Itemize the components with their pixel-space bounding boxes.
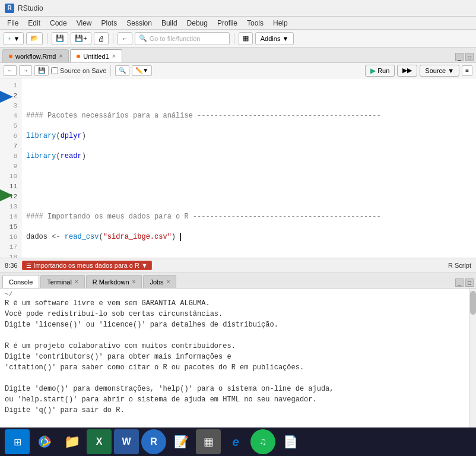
menu-view[interactable]: View (72, 18, 97, 28)
main-toolbar: +▼ 📂 💾 💾+ 🖨 ← 🔍 Go to file/function ▦ Ad… (0, 30, 476, 48)
goto-file-input[interactable]: 🔍 Go to file/function (135, 32, 230, 45)
windows-start-button[interactable]: ⊞ (5, 429, 30, 454)
chrome-button[interactable] (32, 429, 57, 454)
source-on-save-label[interactable]: Source on Save (51, 67, 106, 74)
spellcheck-button[interactable]: ✏️▼ (132, 65, 152, 76)
files-button[interactable]: 📁 (59, 429, 84, 454)
code-line-3: library(dplyr) (26, 131, 471, 141)
menu-plots[interactable]: Plots (97, 18, 122, 28)
open-file-button[interactable]: 📂 (26, 32, 43, 45)
line-num-15: 15 (0, 222, 21, 232)
console-area: Console Terminal × R Markdown × Jobs × _… (0, 273, 476, 450)
search-button[interactable]: 🔍 (115, 65, 129, 76)
menu-edit[interactable]: Edit (23, 18, 45, 28)
tab-workflow[interactable]: workflow.Rmd × (2, 49, 69, 62)
tab-rmarkdown[interactable]: R Markdown × (86, 275, 142, 288)
save-doc-button[interactable]: 💾 (34, 65, 49, 76)
run-play-icon: ▶ (370, 66, 376, 75)
edge-button[interactable]: e (223, 429, 248, 454)
r-app-button[interactable]: R (141, 429, 166, 454)
rmarkdown-tab-close[interactable]: × (132, 278, 136, 285)
menu-tools[interactable]: Tools (242, 18, 268, 28)
blue-arrow-annotation (0, 91, 13, 103)
code-line-2: #### Pacotes necessários para a análise … (26, 111, 471, 121)
code-line-8: dados <- read_csv("sidra_ibge.csv") (26, 232, 471, 242)
tab-close-workflow[interactable]: × (59, 53, 62, 59)
menu-debug[interactable]: Debug (182, 18, 212, 28)
status-bar: 8:36 ☰ Importando os meus dados para o R… (0, 258, 476, 273)
code-line-6 (26, 192, 471, 202)
line-num-4: 4 (0, 111, 21, 121)
excel-button[interactable]: X (87, 429, 112, 454)
redo-button[interactable]: → (19, 65, 32, 76)
nav-badge[interactable]: ☰ Importando os meus dados para o R ▼ (22, 261, 151, 270)
line-num-18: 18 (0, 252, 21, 258)
editor-toolbar-right: ▶ Run ▶▶ Source ▼ ≡ (365, 65, 472, 77)
calculator-button[interactable]: ▦ (196, 429, 221, 454)
menu-session[interactable]: Session (122, 18, 157, 28)
terminal-tab-label: Terminal (47, 278, 72, 286)
source-label: Source (425, 67, 446, 74)
new-file-button[interactable]: +▼ (4, 32, 24, 45)
source-on-save-checkbox[interactable] (51, 67, 58, 74)
menu-file[interactable]: File (2, 18, 23, 28)
taskbar: ⊞ 📁 X W R 📝 ▦ e ♫ 📄 (0, 428, 476, 456)
menu-profile[interactable]: Profile (212, 18, 242, 28)
nav-badge-text: Importando os meus dados para o R (33, 262, 139, 269)
console-maximize-button[interactable]: □ (465, 278, 474, 287)
tab-modified-indicator-2 (77, 55, 80, 58)
save-button[interactable]: 💾 (52, 32, 68, 45)
line-num-16: 16 (0, 232, 21, 242)
code-editor[interactable]: 1 2 3 4 5 6 7 8 9 10 11 12 13 14 15 16 1… (0, 78, 476, 258)
editor-toolbar-sep (110, 65, 111, 76)
code-line-1 (26, 91, 471, 101)
jobs-tab-label: Jobs (150, 278, 163, 286)
menu-build[interactable]: Build (157, 18, 182, 28)
tab-modified-indicator (9, 55, 12, 58)
back-button[interactable]: ← (118, 32, 132, 45)
tab-label-untitled1: Untitled1 (83, 53, 109, 60)
re-run-button[interactable]: ▶▶ (397, 65, 417, 77)
nav-badge-dropdown[interactable]: ▼ (141, 262, 148, 269)
green-arrow-annotation (0, 189, 13, 201)
tab-close-untitled1[interactable]: × (112, 53, 116, 59)
line-num-1: 1 (0, 81, 21, 91)
source-button[interactable]: Source ▼ (420, 65, 459, 77)
notepad-button[interactable]: 📝 (169, 429, 193, 454)
toolbar-sep-3 (234, 33, 234, 44)
word-button[interactable]: W (114, 429, 139, 454)
editor-minimize-button[interactable]: _ (455, 53, 464, 61)
console-window-controls: _ □ (455, 278, 474, 288)
tab-terminal[interactable]: Terminal × (40, 275, 84, 288)
tab-untitled1[interactable]: Untitled1 × (70, 49, 122, 62)
run-button[interactable]: ▶ Run (365, 65, 395, 77)
code-content[interactable]: #### Pacotes necessários para a análise … (21, 78, 476, 258)
addins-button[interactable]: Addins ▼ (255, 32, 294, 45)
jobs-tab-close[interactable]: × (167, 278, 170, 285)
console-scrollbar-thumb[interactable] (470, 291, 476, 315)
code-line-7: #### Importando os meus dados para o R -… (26, 212, 471, 222)
line-num-8: 8 (0, 151, 21, 162)
rmarkdown-tab-label: R Markdown (93, 278, 129, 286)
tab-console[interactable]: Console (2, 275, 39, 288)
console-output[interactable]: ~/ R é um software livre e vem sem GARAN… (0, 289, 476, 450)
line-num-6: 6 (0, 131, 21, 141)
spotify-button[interactable]: ♫ (250, 429, 275, 454)
tab-jobs[interactable]: Jobs × (143, 275, 176, 288)
editor-toolbar: ← → 💾 Source on Save 🔍 ✏️▼ ▶ Run ▶▶ Sour… (0, 63, 476, 78)
options-button[interactable]: ≡ (462, 65, 472, 76)
print-button[interactable]: 🖨 (94, 32, 109, 45)
line-num-7: 7 (0, 141, 21, 151)
pdf-button[interactable]: 📄 (278, 429, 303, 454)
save-all-button[interactable]: 💾+ (71, 32, 91, 45)
console-minimize-button[interactable]: _ (455, 278, 464, 287)
console-path: ~/ (5, 291, 471, 298)
app-title: RStudio (18, 4, 43, 12)
menu-code[interactable]: Code (45, 18, 72, 28)
undo-button[interactable]: ← (4, 65, 17, 76)
menu-help[interactable]: Help (268, 18, 293, 28)
editor-maximize-button[interactable]: □ (465, 53, 474, 61)
terminal-tab-close[interactable]: × (75, 278, 78, 285)
layout-button[interactable]: ▦ (239, 32, 253, 45)
console-scrollbar[interactable] (469, 289, 476, 450)
